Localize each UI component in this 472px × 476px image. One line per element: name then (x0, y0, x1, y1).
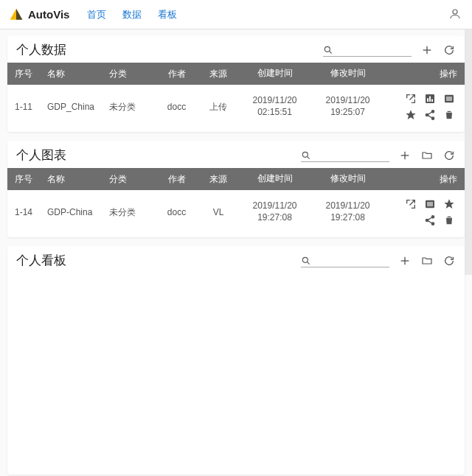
col-ops: 操作 (386, 173, 457, 186)
appbar: AutoVis 首页 数据 看板 (0, 0, 472, 29)
cell-ops (386, 197, 457, 227)
col-source: 来源 (200, 173, 237, 186)
folder-board-button[interactable] (420, 254, 434, 267)
svg-line-4 (329, 51, 331, 53)
svg-rect-9 (429, 97, 431, 102)
col-id: 序号 (15, 173, 44, 186)
chart-icon[interactable] (423, 92, 437, 105)
col-name: 名称 (47, 68, 106, 80)
cell-name: GDP-China (47, 207, 106, 217)
col-source: 来源 (200, 68, 237, 80)
col-author: 作者 (156, 68, 197, 80)
svg-line-20 (428, 116, 431, 118)
list-icon[interactable] (442, 92, 456, 105)
col-cat: 分类 (109, 173, 153, 186)
folder-icon (421, 255, 433, 267)
list-icon[interactable] (423, 197, 437, 211)
section-charts-title: 个人图表 (16, 147, 66, 164)
open-external-icon[interactable] (404, 92, 417, 105)
cell-author: docc (156, 102, 197, 112)
svg-line-19 (428, 112, 431, 114)
section-charts: 个人图表 序号 名称 分类 作者 来源 (7, 141, 465, 237)
brand: AutoVis (9, 7, 69, 22)
data-table-header: 序号 名称 分类 作者 来源 创建时间 修改时间 操作 (7, 63, 465, 85)
cell-cat: 未分类 (109, 206, 153, 219)
nav-board[interactable]: 看板 (158, 8, 177, 21)
svg-marker-29 (444, 199, 454, 209)
section-data-search-input[interactable] (333, 45, 400, 55)
col-mtime: 修改时间 (313, 173, 383, 185)
charts-table-header: 序号 名称 分类 作者 来源 创建时间 修改时间 操作 (7, 168, 465, 190)
plus-icon (421, 44, 433, 56)
col-author: 作者 (156, 173, 197, 186)
svg-line-36 (307, 262, 309, 264)
svg-point-35 (302, 257, 308, 262)
delete-icon[interactable] (442, 108, 456, 122)
svg-point-2 (453, 10, 457, 14)
section-data-search[interactable] (323, 45, 412, 57)
section-data: 个人数据 序号 名称 分类 作者 来源 创建时间 修改时间 (7, 35, 465, 132)
folder-icon (421, 150, 433, 161)
search-icon (301, 150, 311, 161)
nav-data[interactable]: 数据 (122, 8, 142, 21)
cell-mtime: 2019/11/20 19:27:08 (313, 200, 383, 223)
svg-point-3 (324, 46, 330, 52)
svg-line-34 (428, 221, 431, 223)
star-icon[interactable] (442, 197, 456, 211)
col-mtime: 修改时间 (313, 68, 383, 80)
refresh-icon (443, 255, 455, 267)
section-boards: 个人看板 (7, 246, 465, 475)
cell-author: docc (156, 207, 197, 217)
section-boards-search-input[interactable] (311, 256, 378, 266)
user-icon[interactable] (448, 7, 463, 22)
col-cat: 分类 (109, 68, 153, 80)
svg-line-33 (428, 217, 431, 220)
cell-id: 1-11 (15, 102, 44, 112)
plus-icon (399, 255, 411, 267)
cell-source: VL (200, 207, 237, 217)
section-data-title: 个人数据 (16, 41, 66, 58)
section-charts-search[interactable] (301, 150, 389, 162)
folder-chart-button[interactable] (420, 149, 434, 162)
svg-marker-1 (16, 8, 22, 19)
refresh-icon (443, 44, 455, 56)
cell-cat: 未分类 (109, 101, 153, 113)
open-external-icon[interactable] (404, 197, 417, 211)
section-charts-search-input[interactable] (311, 150, 378, 161)
refresh-board-button[interactable] (442, 254, 456, 267)
add-chart-button[interactable] (398, 149, 412, 162)
col-id: 序号 (15, 68, 44, 80)
brand-name: AutoVis (28, 8, 69, 21)
top-nav: 首页 数据 看板 (87, 8, 177, 21)
share-icon[interactable] (423, 214, 437, 227)
delete-icon[interactable] (442, 214, 456, 227)
plus-icon (399, 150, 411, 161)
svg-point-21 (302, 152, 308, 157)
share-icon[interactable] (423, 108, 437, 122)
scrollbar[interactable] (465, 29, 472, 476)
nav-home[interactable]: 首页 (87, 8, 106, 21)
add-board-button[interactable] (398, 254, 412, 267)
add-data-button[interactable] (420, 43, 434, 57)
col-ops: 操作 (386, 68, 457, 80)
refresh-chart-button[interactable] (442, 149, 456, 162)
section-boards-title: 个人看板 (16, 252, 66, 269)
svg-marker-15 (406, 110, 415, 119)
svg-rect-8 (427, 98, 428, 102)
section-boards-search[interactable] (301, 256, 389, 267)
cell-mtime: 2019/11/20 19:25:07 (313, 95, 383, 118)
cell-id: 1-14 (15, 207, 44, 217)
svg-line-22 (307, 156, 309, 158)
cell-name: GDP_China (47, 102, 106, 112)
cell-ctime: 2019/11/20 02:15:51 (240, 95, 310, 118)
refresh-data-button[interactable] (442, 43, 456, 57)
col-name: 名称 (47, 173, 106, 186)
charts-table-row: 1-14 GDP-China 未分类 docc VL 2019/11/20 19… (7, 190, 465, 234)
refresh-icon (443, 150, 455, 161)
col-ctime: 创建时间 (240, 173, 310, 185)
brand-logo-icon (9, 7, 24, 22)
col-ctime: 创建时间 (240, 68, 310, 80)
main-content: 个人数据 序号 名称 分类 作者 来源 创建时间 修改时间 (0, 29, 472, 476)
star-icon[interactable] (404, 108, 417, 122)
cell-ctime: 2019/11/20 19:27:08 (240, 200, 310, 223)
